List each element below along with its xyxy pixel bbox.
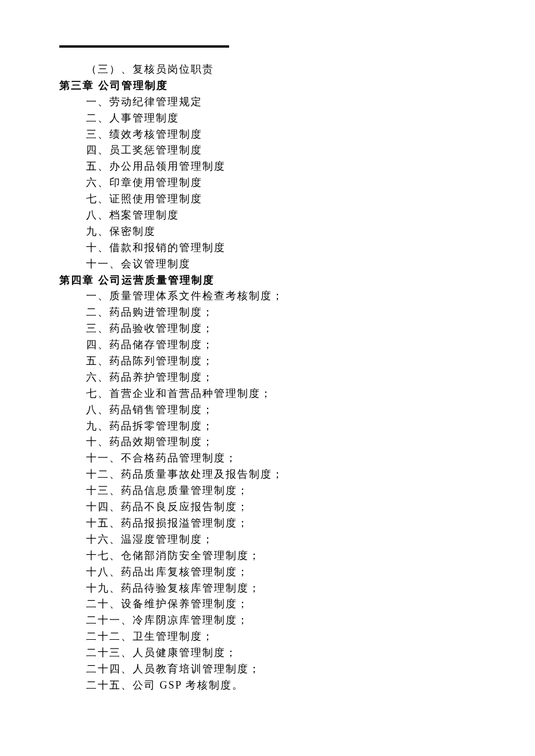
toc-item: 十三、药品信息质量管理制度； bbox=[59, 483, 535, 499]
toc-item: 二十四、人员教育培训管理制度； bbox=[59, 661, 535, 678]
toc-item: 一、劳动纪律管理规定 bbox=[59, 94, 535, 110]
toc-item: 一、质量管理体系文件检查考核制度； bbox=[59, 288, 535, 304]
toc-item: 二十三、人员健康管理制度； bbox=[59, 645, 535, 661]
toc-item: 十八、药品出库复核管理制度； bbox=[59, 564, 535, 581]
toc-item: 十七、仓储部消防安全管理制度； bbox=[59, 548, 535, 564]
toc-item: 十一、不合格药品管理制度； bbox=[59, 450, 535, 467]
toc-item: 五、办公用品领用管理制度 bbox=[59, 159, 535, 175]
toc-item: 十九、药品待验复核库管理制度； bbox=[59, 581, 535, 597]
toc-item: 四、员工奖惩管理制度 bbox=[59, 142, 535, 159]
toc-item: 十、借款和报销的管理制度 bbox=[59, 240, 535, 256]
toc-item: 四、药品储存管理制度； bbox=[59, 337, 535, 353]
toc-item: 二十二、卫生管理制度； bbox=[59, 629, 535, 645]
toc-item: 七、证照使用管理制度 bbox=[59, 191, 535, 207]
toc-item: 三、绩效考核管理制度 bbox=[59, 127, 535, 143]
toc-item: 十一、会议管理制度 bbox=[59, 256, 535, 273]
toc-item: 二十一、冷库阴凉库管理制度； bbox=[59, 612, 535, 629]
toc-item: 八、药品销售管理制度； bbox=[59, 402, 535, 418]
toc-item: 二、人事管理制度 bbox=[59, 110, 535, 127]
toc-item: 十六、温湿度管理制度； bbox=[59, 532, 535, 548]
toc-item: 五、药品陈列管理制度； bbox=[59, 353, 535, 370]
toc-item: 二十五、公司 GSP 考核制度。 bbox=[59, 678, 535, 694]
header-underline bbox=[59, 45, 229, 48]
chapter-heading: 第三章 公司管理制度 bbox=[59, 78, 535, 94]
toc-item: 二、药品购进管理制度； bbox=[59, 304, 535, 321]
toc-item: 九、保密制度 bbox=[59, 224, 535, 240]
document-content: （三）、复核员岗位职责第三章 公司管理制度一、劳动纪律管理规定二、人事管理制度三… bbox=[59, 62, 535, 694]
toc-item: （三）、复核员岗位职责 bbox=[59, 62, 535, 78]
chapter-heading: 第四章 公司运营质量管理制度 bbox=[59, 273, 535, 289]
toc-item: 七、首营企业和首营品种管理制度； bbox=[59, 386, 535, 402]
toc-item: 十二、药品质量事故处理及报告制度； bbox=[59, 467, 535, 483]
toc-item: 十五、药品报损报溢管理制度； bbox=[59, 515, 535, 532]
toc-item: 二十、设备维护保养管理制度； bbox=[59, 596, 535, 612]
toc-item: 十四、药品不良反应报告制度； bbox=[59, 499, 535, 515]
toc-item: 九、药品拆零管理制度； bbox=[59, 418, 535, 435]
toc-item: 十、药品效期管理制度； bbox=[59, 434, 535, 450]
toc-item: 三、药品验收管理制度； bbox=[59, 321, 535, 337]
toc-item: 六、印章使用管理制度 bbox=[59, 175, 535, 191]
toc-item: 六、药品养护管理制度； bbox=[59, 370, 535, 386]
toc-item: 八、档案管理制度 bbox=[59, 207, 535, 224]
